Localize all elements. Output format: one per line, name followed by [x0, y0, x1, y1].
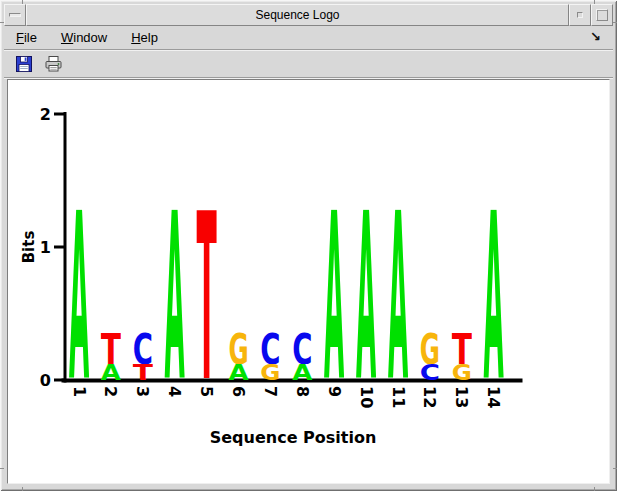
x-tick-label: 13	[452, 386, 471, 408]
window-title: Sequence Logo	[26, 4, 569, 26]
floppy-disk-icon	[15, 55, 33, 73]
x-tick-label: 4	[165, 386, 184, 397]
titlebar: Sequence Logo	[4, 4, 613, 26]
logo-stack-6: AG	[228, 323, 249, 385]
x-tick-label: 9	[325, 386, 344, 397]
logo-stack-2: AT	[101, 323, 122, 385]
menu-window[interactable]: Window	[59, 28, 109, 47]
logo-stack-8: AC	[292, 323, 313, 385]
logo-stack-12: CG	[420, 323, 440, 385]
frame-notch	[22, 487, 23, 491]
x-tick-label: 2	[101, 386, 120, 397]
sequence-logo-panel: 012BitsA1AT2TC3A4T5AG6GC7AC8A9A10A11CG12…	[7, 79, 610, 484]
logo-stack-7: GC	[260, 323, 280, 385]
save-button[interactable]	[13, 53, 35, 75]
frame-notch	[613, 468, 617, 469]
y-axis-label: Bits	[20, 231, 38, 264]
southeast-arrow-icon[interactable]: ↘	[590, 29, 601, 44]
menu-file[interactable]: File	[14, 28, 39, 47]
y-tick-label: 1	[40, 238, 51, 257]
x-tick-label: 6	[229, 386, 248, 397]
app-window: Sequence Logo File Window Help ↘	[0, 0, 617, 491]
x-tick-label: 14	[484, 386, 503, 408]
toolbar	[4, 50, 613, 78]
menu-help[interactable]: Help	[129, 28, 160, 47]
window-menu-dash-icon	[9, 13, 21, 17]
logo-stack-3: TC	[133, 323, 153, 385]
minimize-button[interactable]	[569, 4, 591, 26]
sequence-logo-chart: 012BitsA1AT2TC3A4T5AG6GC7AC8A9A10A11CG12…	[8, 80, 609, 484]
logo-stack-13: GT	[452, 323, 472, 385]
x-axis-label: Sequence Position	[210, 428, 377, 447]
x-tick-label: 5	[197, 386, 216, 397]
frame-notch	[613, 22, 617, 23]
maximize-button[interactable]	[591, 4, 613, 26]
x-tick-label: 10	[357, 386, 376, 408]
frame-notch	[594, 487, 595, 491]
y-tick-label: 2	[40, 105, 51, 124]
printer-icon	[44, 55, 63, 73]
y-tick-label: 0	[40, 371, 51, 390]
x-tick-label: 12	[420, 386, 439, 408]
window-client-area: Sequence Logo File Window Help ↘	[4, 4, 613, 487]
x-tick-label: 1	[70, 386, 89, 397]
minimize-square-icon	[577, 12, 583, 18]
sequence-logo-plot: 012BitsA1AT2TC3A4T5AG6GC7AC8A9A10A11CG12…	[8, 80, 609, 482]
menubar: File Window Help ↘	[4, 26, 613, 50]
x-tick-label: 3	[133, 386, 152, 397]
maximize-square-icon	[596, 9, 608, 21]
x-tick-label: 8	[293, 386, 312, 397]
print-button[interactable]	[42, 53, 64, 75]
x-tick-label: 11	[389, 386, 408, 408]
x-tick-label: 7	[261, 386, 280, 397]
window-menu-button[interactable]	[4, 4, 26, 26]
